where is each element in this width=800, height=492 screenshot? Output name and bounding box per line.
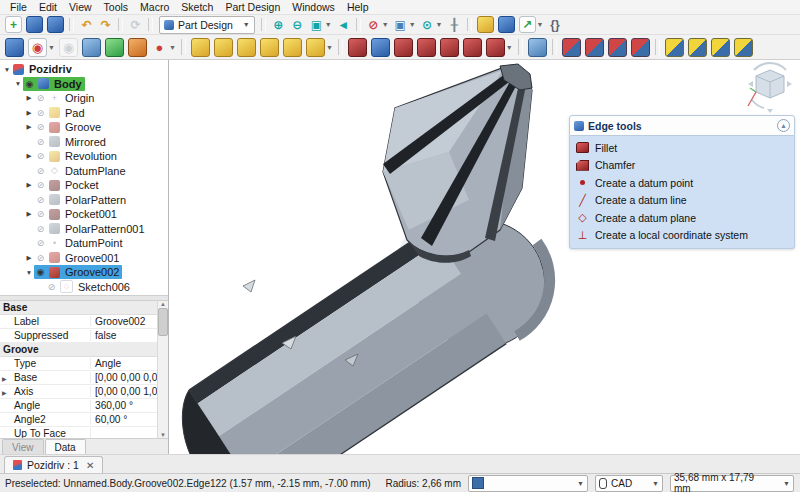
datum-tools-icon[interactable]: ●▼ bbox=[150, 38, 177, 57]
new-file-icon[interactable]: + bbox=[4, 15, 23, 34]
scroll-thumb[interactable] bbox=[158, 308, 168, 336]
chamfer-icon[interactable] bbox=[584, 37, 605, 58]
tab-data[interactable]: Data bbox=[45, 439, 86, 454]
expand-closed-icon[interactable]: ▶ bbox=[2, 375, 7, 382]
property-group-groove[interactable]: Groove bbox=[0, 343, 158, 357]
edge-tool-lcs[interactable]: ⊥Create a local coordinate system bbox=[570, 227, 794, 245]
linear-pattern-icon[interactable] bbox=[687, 37, 708, 58]
menu-item-macro[interactable]: Macro bbox=[134, 1, 175, 13]
map-sketch-icon[interactable] bbox=[81, 37, 102, 58]
zoom-in-icon[interactable]: ⊕ bbox=[270, 16, 287, 33]
navigation-style-combo[interactable]: CAD ▼ bbox=[595, 475, 663, 492]
clipping-plane-icon[interactable]: ⊘▼ bbox=[365, 16, 390, 33]
tree-item-body[interactable]: ▼◉Body bbox=[0, 77, 168, 92]
tree-item-datumplane[interactable]: ⊘◇DatumPlane bbox=[0, 164, 168, 179]
redo-icon[interactable]: ↷ bbox=[97, 16, 114, 33]
expand-closed-icon[interactable]: ▶ bbox=[2, 389, 7, 396]
expand-closed-icon[interactable]: ▶ bbox=[24, 109, 34, 117]
shapebinder-icon[interactable] bbox=[127, 37, 148, 58]
multitransform-icon[interactable] bbox=[733, 37, 754, 58]
view-dimensions-combo[interactable]: 35,68 mm x 17,79 mm ▼ bbox=[670, 475, 794, 492]
tree-item-groove002[interactable]: ▼◉Groove002 bbox=[0, 265, 168, 280]
edge-tool-line[interactable]: ╱Create a datum line bbox=[570, 192, 794, 210]
property-value[interactable]: Angle bbox=[91, 358, 158, 369]
revolution-icon[interactable] bbox=[213, 37, 234, 58]
validate-sketch-icon[interactable] bbox=[104, 37, 125, 58]
expand-closed-icon[interactable]: ▶ bbox=[24, 152, 34, 160]
edge-tool-plane[interactable]: ◇Create a datum plane bbox=[570, 209, 794, 227]
create-body-icon[interactable] bbox=[4, 37, 25, 58]
make-link-icon[interactable]: ↗▼ bbox=[518, 15, 545, 34]
property-scrollbar[interactable]: ▲ ▼ bbox=[157, 301, 168, 438]
tree-item-pocket001[interactable]: ▶⊘Pocket001 bbox=[0, 207, 168, 222]
tree-item-polarpattern001[interactable]: ⊘PolarPattern001 bbox=[0, 222, 168, 237]
close-tab-icon[interactable]: ✕ bbox=[86, 460, 94, 471]
property-value[interactable]: [0,00 0,00 1,00] bbox=[91, 386, 158, 397]
pocket-icon[interactable] bbox=[347, 37, 368, 58]
edge-tool-fillet[interactable]: Fillet bbox=[570, 139, 794, 157]
open-file-icon[interactable] bbox=[25, 15, 44, 34]
polar-pattern-icon[interactable] bbox=[710, 37, 731, 58]
menu-item-view[interactable]: View bbox=[63, 1, 98, 13]
menu-item-file[interactable]: File bbox=[4, 1, 33, 13]
menu-item-part-design[interactable]: Part Design bbox=[219, 1, 286, 13]
boolean-operation-icon[interactable] bbox=[527, 37, 548, 58]
tree-item-mirrored[interactable]: ⊘Mirrored bbox=[0, 135, 168, 150]
menu-item-tools[interactable]: Tools bbox=[98, 1, 135, 13]
additive-helix-icon[interactable] bbox=[282, 37, 303, 58]
scroll-up-icon[interactable]: ▲ bbox=[160, 301, 166, 307]
collapse-panel-icon[interactable]: ▲ bbox=[777, 119, 790, 132]
3d-viewport[interactable]: Edge tools ▲ FilletChamferCreate a datum… bbox=[169, 60, 800, 454]
axonometric-view-icon[interactable]: ▣▼ bbox=[392, 16, 417, 33]
workbench-selector[interactable]: Part Design▼ bbox=[159, 16, 255, 34]
create-group-icon[interactable] bbox=[497, 15, 516, 34]
property-value[interactable]: 360,00 ° bbox=[91, 400, 158, 411]
property-value[interactable]: [0,00 0,00 0,00] bbox=[91, 372, 158, 383]
thickness-icon[interactable] bbox=[630, 37, 651, 58]
property-group-base[interactable]: Base bbox=[0, 301, 158, 315]
menu-item-windows[interactable]: Windows bbox=[286, 1, 341, 13]
tree-item-sketch006[interactable]: ⊘◌Sketch006 bbox=[0, 280, 168, 295]
tree-item-groove001[interactable]: ▶⊘Groove001 bbox=[0, 251, 168, 266]
subtractive-loft-icon[interactable] bbox=[416, 37, 437, 58]
zoom-out-icon[interactable]: ⊖ bbox=[289, 16, 306, 33]
tree-item-pozidriv[interactable]: ▼Pozidriv bbox=[0, 62, 168, 77]
additive-primitive-icon[interactable]: ▼ bbox=[305, 37, 334, 58]
expand-closed-icon[interactable]: ▶ bbox=[24, 254, 34, 262]
menu-item-edit[interactable]: Edit bbox=[33, 1, 63, 13]
expand-closed-icon[interactable]: ▶ bbox=[24, 210, 34, 218]
measure-icon[interactable]: ╂ bbox=[446, 16, 463, 33]
subtractive-pipe-icon[interactable] bbox=[439, 37, 460, 58]
navigation-cube[interactable] bbox=[744, 62, 796, 114]
edge-tools-header[interactable]: Edge tools ▲ bbox=[569, 115, 795, 136]
edge-tool-point[interactable]: Create a datum point bbox=[570, 174, 794, 192]
tree-item-polarpattern[interactable]: ⊘PolarPattern bbox=[0, 193, 168, 208]
fillet-icon[interactable] bbox=[561, 37, 582, 58]
property-value[interactable]: Groove002 bbox=[91, 316, 158, 327]
subtractive-helix-icon[interactable] bbox=[462, 37, 483, 58]
zoom-region-icon[interactable]: ⊙▼ bbox=[419, 16, 444, 33]
expand-open-icon[interactable]: ▼ bbox=[2, 66, 12, 73]
tab-view[interactable]: View bbox=[2, 439, 44, 454]
tree-item-datumpoint[interactable]: ⊘•DatumPoint bbox=[0, 236, 168, 251]
create-part-icon[interactable] bbox=[476, 15, 495, 34]
property-value[interactable]: false bbox=[91, 330, 158, 341]
tree-item-pad[interactable]: ▶⊘Pad bbox=[0, 106, 168, 121]
edge-tool-chamfer[interactable]: Chamfer bbox=[570, 157, 794, 175]
scroll-down-icon[interactable]: ▼ bbox=[160, 432, 166, 438]
expand-closed-icon[interactable]: ▶ bbox=[24, 181, 34, 189]
sync-view-icon[interactable]: ◄ bbox=[335, 16, 352, 33]
expand-open-icon[interactable]: ▼ bbox=[24, 269, 34, 276]
property-value[interactable]: 60,00 ° bbox=[91, 414, 158, 425]
create-sketch-icon[interactable]: ◉▼ bbox=[27, 37, 56, 58]
hole-icon[interactable] bbox=[370, 37, 391, 58]
additive-pipe-icon[interactable] bbox=[259, 37, 280, 58]
expand-closed-icon[interactable]: ▶ bbox=[24, 94, 34, 102]
save-icon[interactable] bbox=[46, 15, 65, 34]
menu-item-help[interactable]: Help bbox=[341, 1, 375, 13]
subtractive-primitive-icon[interactable]: ▼ bbox=[485, 37, 514, 58]
mirrored-icon[interactable] bbox=[664, 37, 685, 58]
tree-item-pocket[interactable]: ▶⊘Pocket bbox=[0, 178, 168, 193]
tree-item-revolution[interactable]: ▶⊘Revolution bbox=[0, 149, 168, 164]
expand-closed-icon[interactable]: ▶ bbox=[24, 123, 34, 131]
